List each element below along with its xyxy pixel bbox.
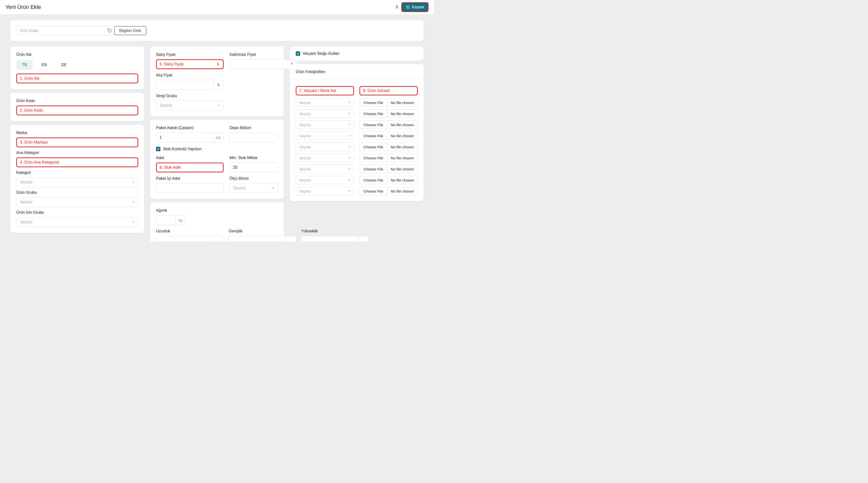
save-button[interactable]: Kaydet	[402, 3, 428, 11]
choose-file-button[interactable]: Choose File	[360, 110, 387, 118]
product-name-input[interactable]: 1. Ürün Adı	[16, 73, 138, 84]
package-unit-suffix: Ad.	[214, 133, 223, 142]
photo-variant-select-placeholder: Seçiniz	[299, 156, 311, 160]
category-select[interactable]: Seciniz	[16, 177, 138, 187]
package-count-input[interactable]	[156, 133, 214, 142]
tax-group-select-placeholder: Seciniz	[160, 103, 173, 108]
photo-file-input[interactable]: Choose File No file chosen	[360, 109, 418, 118]
stock-qty-input[interactable]: 6. Stok Adet	[156, 163, 224, 172]
choose-file-button[interactable]: Choose File	[360, 176, 387, 184]
photo-file-input[interactable]: Choose File No file chosen	[360, 142, 418, 151]
chevron-down-icon	[348, 156, 351, 159]
min-stock-input[interactable]	[229, 163, 278, 172]
width-unit-suffix	[286, 236, 296, 242]
sale-price-input[interactable]: 5. Satış Fiyatı ₺	[156, 59, 224, 69]
length-unit-suffix	[214, 236, 223, 242]
photo-file-input[interactable]: Choose File No file chosen	[360, 132, 418, 140]
choose-file-button[interactable]: Choose File	[360, 165, 387, 173]
no-discount-price-input[interactable]	[230, 60, 287, 69]
tax-group-select[interactable]: Seciniz	[156, 101, 224, 110]
photo-file-input[interactable]: Choose File No file chosen	[360, 187, 418, 195]
photo-file-input[interactable]: Choose File No file chosen	[360, 165, 418, 173]
choose-file-button[interactable]: Choose File	[360, 187, 387, 195]
weight-group: kg	[156, 215, 186, 225]
product-image-annotation[interactable]: 8. Ürün Görseli	[360, 86, 418, 95]
height-input[interactable]	[301, 236, 359, 242]
choose-file-button[interactable]: Choose File	[360, 121, 387, 129]
permission-group-select[interactable]: Seçiniz	[16, 217, 138, 227]
product-code-input[interactable]: 2. Ürün Kodu	[16, 105, 138, 115]
choose-file-button[interactable]: Choose File	[360, 143, 387, 151]
measure-unit-select-placeholder: Seciniz	[233, 186, 246, 190]
file-status-text: No file chosen	[387, 110, 417, 118]
variant-stock-checkbox[interactable]	[296, 52, 300, 56]
photo-variant-select[interactable]: Seçiniz	[296, 187, 354, 195]
product-code-label: Ürün Kodu	[16, 99, 138, 103]
photo-variant-select[interactable]: Seçiniz	[296, 154, 354, 162]
measure-unit-select[interactable]: Seciniz	[229, 183, 278, 193]
weight-input[interactable]	[156, 216, 176, 225]
product-photos-card: Ürün Fotoğrafları 7. Varyant / Renk Adı …	[290, 64, 424, 201]
file-status-text: No file chosen	[387, 176, 417, 184]
chevron-down-icon	[348, 133, 351, 137]
warehouse-section-input[interactable]	[229, 133, 278, 142]
photo-variant-select[interactable]: Seçiniz	[296, 109, 354, 118]
save-icon	[406, 5, 410, 9]
purchase-price-input[interactable]	[156, 80, 214, 90]
sale-price-annotated-value: 5. Satış Fiyatı	[157, 60, 213, 68]
photo-file-input[interactable]: Choose File No file chosen	[360, 98, 418, 107]
chevron-down-icon	[348, 189, 351, 192]
photo-variant-select[interactable]: Seçiniz	[296, 142, 354, 151]
width-input[interactable]	[229, 236, 286, 242]
measure-unit-label: Ölçü Birimi	[229, 176, 278, 181]
height-unit-suffix	[359, 236, 369, 242]
photo-file-input[interactable]: Choose File No file chosen	[360, 121, 418, 129]
permission-group-label: Ürün İzin Grubu	[16, 210, 138, 215]
photo-variant-select[interactable]: Seçiniz	[296, 98, 354, 107]
min-stock-label: Min. Stok Miktar	[229, 156, 278, 160]
file-status-text: No file chosen	[387, 99, 417, 106]
brand-input[interactable]: 3. Ürün Markası	[16, 137, 138, 147]
photo-row: Seçiniz Choose File No file chosen	[296, 187, 418, 195]
photo-variant-select[interactable]: Seçiniz	[296, 132, 354, 140]
photo-row: Seçiniz Choose File No file chosen	[296, 132, 418, 140]
variant-stock-label: Varyant Stoğu Kullan	[303, 52, 339, 56]
file-status-text: No file chosen	[387, 154, 417, 162]
topbar: Yeni Ürün Ekle 9. Kaydet	[0, 0, 434, 14]
choose-file-button[interactable]: Choose File	[360, 132, 387, 140]
variant-color-name-annotation[interactable]: 7. Varyant / Renk Adı	[296, 86, 354, 95]
sale-price-label: Satış Fiyatı	[156, 53, 224, 57]
tab-en[interactable]: EN	[36, 60, 53, 70]
stock-control-label: Stok Kontrolü Yapılsın	[163, 147, 202, 151]
stock-control-checkbox[interactable]	[156, 147, 160, 151]
choose-file-button[interactable]: Choose File	[360, 99, 387, 106]
chevron-down-icon	[348, 123, 351, 126]
length-label: Uzunluk	[156, 229, 224, 233]
main-category-input[interactable]: 4. Ürün Ana Kategorisi	[16, 157, 138, 167]
photo-variant-select[interactable]: Seçiniz	[296, 176, 354, 184]
tab-tr[interactable]: TR	[16, 60, 33, 70]
lira-symbol: ₺	[214, 80, 223, 90]
stock-card: Paket Adedi (Çarpan) Ad. Depo Bölüm	[150, 120, 284, 199]
right-column: Varyant Stoğu Kullan Ürün Fotoğrafları 7…	[290, 46, 424, 201]
photo-file-input[interactable]: Choose File No file chosen	[360, 154, 418, 162]
product-name-label: Ürün Adı	[16, 53, 138, 57]
fetch-info-button[interactable]: Bilgileri Getir	[114, 26, 146, 35]
lookup-product-code-input[interactable]	[16, 26, 114, 35]
width-label: Genişlik	[228, 229, 296, 233]
photo-variant-select[interactable]: Seçiniz	[296, 121, 354, 129]
photo-variant-select-placeholder: Seçiniz	[299, 111, 311, 116]
brand-label: Marka	[16, 131, 138, 135]
inner-package-qty-input[interactable]	[156, 183, 224, 193]
chevron-down-icon	[348, 178, 351, 181]
photo-variant-select-placeholder: Seçiniz	[299, 134, 311, 138]
no-discount-price-group: ₺	[229, 59, 297, 69]
product-group-select[interactable]: Seciniz	[16, 197, 138, 207]
length-input[interactable]	[156, 236, 214, 242]
tab-de[interactable]: DE	[56, 60, 72, 70]
file-status-text: No file chosen	[387, 187, 417, 195]
photo-row: Seçiniz Choose File No file chosen	[296, 165, 418, 173]
photo-variant-select[interactable]: Seçiniz	[296, 165, 354, 173]
photo-file-input[interactable]: Choose File No file chosen	[360, 176, 418, 184]
choose-file-button[interactable]: Choose File	[360, 154, 387, 162]
